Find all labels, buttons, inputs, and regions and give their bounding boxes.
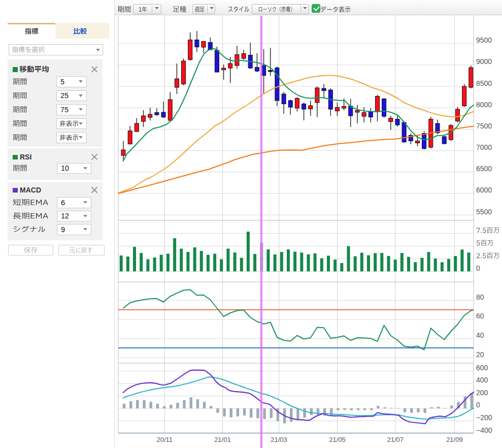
- svg-text:25: 25: [60, 91, 69, 100]
- svg-text:12: 12: [61, 212, 69, 220]
- svg-text:600: 600: [476, 364, 488, 372]
- svg-text:80: 80: [476, 293, 484, 301]
- svg-text:−200: −200: [476, 413, 492, 422]
- svg-text:9: 9: [61, 226, 65, 234]
- svg-text:40: 40: [476, 331, 484, 339]
- svg-text:5: 5: [60, 78, 64, 86]
- svg-text:60: 60: [476, 312, 484, 320]
- svg-text:6000: 6000: [476, 186, 492, 194]
- svg-text:7000: 7000: [476, 143, 492, 151]
- svg-text:75: 75: [60, 106, 69, 114]
- svg-text:21/01: 21/01: [214, 436, 231, 443]
- svg-text:6500: 6500: [476, 165, 492, 173]
- svg-text:20: 20: [476, 350, 484, 359]
- svg-text:RSI: RSI: [20, 153, 31, 161]
- svg-text:5500: 5500: [476, 208, 492, 216]
- svg-text:400: 400: [476, 376, 488, 384]
- svg-text:7500: 7500: [476, 122, 492, 130]
- svg-text:−400: −400: [476, 426, 492, 434]
- svg-text:8500: 8500: [476, 79, 492, 87]
- svg-text:0: 0: [476, 264, 480, 272]
- svg-text:20/11: 20/11: [157, 436, 173, 443]
- svg-text:8000: 8000: [476, 101, 492, 109]
- svg-text:21/05: 21/05: [329, 436, 346, 443]
- svg-text:200: 200: [476, 389, 488, 397]
- svg-text:6: 6: [61, 199, 65, 207]
- svg-text:10: 10: [61, 164, 69, 172]
- svg-text:21/03: 21/03: [271, 436, 287, 443]
- svg-text:MACD: MACD: [20, 186, 41, 194]
- svg-text:21/09: 21/09: [446, 436, 463, 443]
- svg-text:0: 0: [476, 401, 480, 409]
- svg-text:21/07: 21/07: [387, 436, 404, 443]
- svg-text:9000: 9000: [476, 57, 492, 66]
- svg-text:9500: 9500: [476, 36, 492, 44]
